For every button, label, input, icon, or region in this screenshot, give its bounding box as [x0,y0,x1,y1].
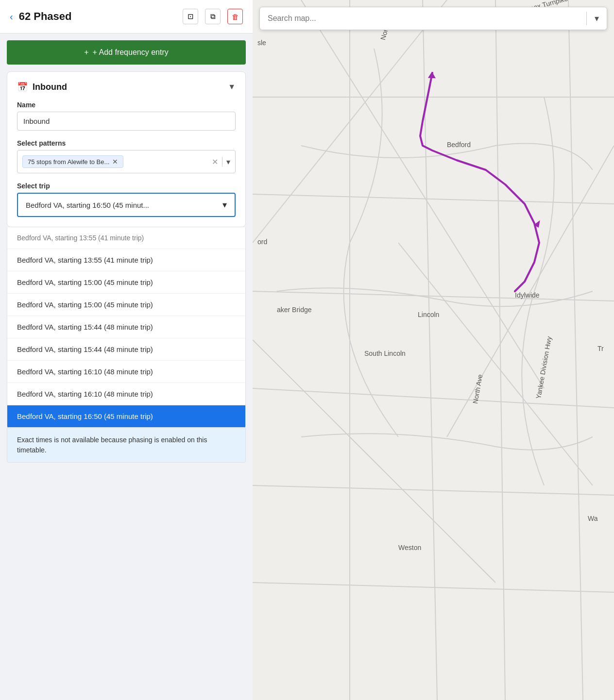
dropdown-item-7[interactable]: Bedford VA, starting 16:10 (48 minute tr… [7,383,245,405]
pattern-tag: 75 stops from Alewife to Be... ✕ [22,155,123,168]
page-title: 62 Phased [19,10,177,23]
map-search-chevron-icon[interactable]: ▾ [587,13,607,24]
header-bar: ‹ 62 Phased ⊡ ⧉ 🗑 [0,0,253,33]
svg-line-13 [398,243,593,485]
calendar-icon: 📅 [17,82,28,92]
svg-line-9 [253,583,614,592]
patterns-label: Select patterns [17,139,236,147]
dropdown-item-6[interactable]: Bedford VA, starting 16:10 (48 minute tr… [7,361,245,383]
svg-line-1 [423,0,437,700]
svg-line-3 [568,0,583,700]
left-panel: ‹ 62 Phased ⊡ ⧉ 🗑 + + Add frequency entr… [0,0,253,700]
add-frequency-label: + Add frequency entry [93,48,169,57]
expand-icon: ⊡ [188,12,194,21]
plus-icon: + [84,48,88,57]
pattern-clear-icon[interactable]: ✕ [212,157,218,167]
header-icons: ⊡ ⧉ 🗑 [183,9,243,24]
map-label-lincoln: Lincoln [418,311,439,318]
map-label-baker-bridge: aker Bridge [277,306,312,314]
section-title: Inbound [33,82,67,92]
map-label-south-lincoln: South Lincoln [364,350,406,357]
svg-line-14 [253,340,495,583]
copy-icon: ⧉ [210,12,216,21]
map-label-weston: Weston [398,544,421,551]
map-label-tr: Tr [597,345,604,352]
dropdown-item-5[interactable]: Bedford VA, starting 15:44 (48 minute tr… [7,338,245,361]
section-header-left: 📅 Inbound [17,82,67,92]
map-label-sle: sle [257,39,266,47]
map-panel: Bedford Lincoln South Lincoln Weston Idy… [253,0,614,700]
trip-select-wrapper: Bedford VA, starting 16:50 (45 minut... … [17,193,236,217]
pattern-divider [222,157,222,167]
back-button[interactable]: ‹ [10,11,13,22]
delete-button[interactable]: 🗑 [227,9,243,24]
dropdown-item-3[interactable]: Bedford VA, starting 15:00 (45 minute tr… [7,294,245,316]
copy-button[interactable]: ⧉ [205,9,221,24]
pattern-dropdown-icon[interactable]: ▾ [226,157,230,167]
trip-selected-value: Bedford VA, starting 16:50 (45 minut... [26,201,149,209]
section-header: 📅 Inbound ▼ [17,82,236,92]
section-chevron-icon[interactable]: ▼ [228,83,236,91]
dropdown-item-2[interactable]: Bedford VA, starting 15:00 (45 minute tr… [7,271,245,294]
svg-marker-15 [428,71,437,80]
name-input[interactable] [17,112,236,131]
map-roads-svg [253,0,614,700]
dropdown-item-4[interactable]: Bedford VA, starting 15:44 (48 minute tr… [7,316,245,338]
pattern-tag-text: 75 stops from Alewife to Be... [28,158,109,166]
svg-line-7 [253,388,614,408]
map-label-idylwide: Idylwide [515,291,540,299]
map-label-wa: Wa [588,515,597,522]
svg-line-6 [253,291,614,301]
delete-icon: 🗑 [232,13,239,21]
map-search-bar: ▾ [259,7,607,30]
map-label-ord: ord [257,238,267,246]
map-search-input[interactable] [260,7,586,30]
pattern-actions: ✕ ▾ [212,157,230,167]
info-box: Exact times is not available because pha… [7,428,246,463]
dropdown-item-8[interactable]: Bedford VA, starting 16:50 (45 minute tr… [7,405,245,428]
trip-label: Select trip [17,182,236,190]
map-label-bedford: Bedford [447,141,471,149]
dropdown-item-1[interactable]: Bedford VA, starting 13:55 (41 minute tr… [7,249,245,271]
svg-line-5 [253,194,614,204]
dropdown-item-0[interactable]: Bedford VA, starting 13:55 (41 minute tr… [7,227,245,249]
inbound-card: 📅 Inbound ▼ Name Select patterns 75 stop… [7,71,246,227]
trip-chevron-icon: ▾ [222,200,227,210]
pattern-remove-icon[interactable]: ✕ [112,158,118,166]
name-label: Name [17,101,236,109]
trip-dropdown-list: Bedford VA, starting 13:55 (41 minute tr… [7,227,246,428]
add-frequency-button[interactable]: + + Add frequency entry [7,40,246,65]
trip-select-button[interactable]: Bedford VA, starting 16:50 (45 minut... … [17,193,236,217]
expand-button[interactable]: ⊡ [183,9,198,24]
patterns-select-box[interactable]: 75 stops from Alewife to Be... ✕ ✕ ▾ [17,150,236,173]
info-box-text: Exact times is not available because pha… [17,436,207,454]
